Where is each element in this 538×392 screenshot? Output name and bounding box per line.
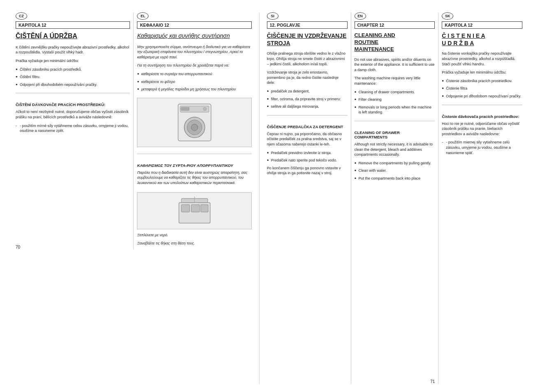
washing-machine-image — [137, 98, 251, 147]
section2-body-en: Although not strictly necessary, it is a… — [355, 142, 435, 157]
intro-text-cz: K čištění zevnějšku pračky nepoužívejte … — [16, 45, 130, 55]
section2-title-en: CLEANING OF DRAWER COMPARTMENTS — [355, 130, 435, 139]
bullet-cz-3: Odpojení při dlouhodobém nepoužívání pra… — [16, 82, 130, 88]
section2-body-cz: Ačkoli to není nezbytně nutné, doporučuj… — [16, 109, 130, 120]
drawer-image — [137, 192, 251, 229]
chapter-title-sk: Č I S T E N I E A U D R Ž B A — [442, 32, 522, 47]
section2-title-sk: Čistenie dávkovača pracích prostriedkov: — [442, 114, 522, 119]
chapter-label-en: CHAPTER 12 — [355, 21, 435, 29]
maintenance-intro-el: Για τη συντήρηση του πλυντηρίου δε χρειά… — [137, 63, 251, 68]
maintenance-intro-sk: Práčka vyžaduje len minimálnu údržbu: — [442, 70, 522, 75]
bullet-en-3: Removals or long periods when the machin… — [355, 105, 435, 115]
bullet-sk-2: Čistenie filtra — [442, 86, 522, 91]
bullet-sk-1: Čistenie zásobníka pracích prostriedkov. — [442, 78, 522, 84]
intro-text-el: Μην χρησιμοποιείτε σύρμα, οινόπνευμα ή δ… — [137, 44, 251, 60]
bullet-el-2: καθαρίσετε το φίλτρο — [137, 79, 251, 85]
bullet-el-3: μεταφορά ή μεγάλες περίοδοι μη χρήσεως τ… — [137, 87, 251, 92]
section2-dash-cz: - použitím mírné síly vytáhneme celou zá… — [16, 123, 130, 134]
section2-body-el: Παρόλο που η διαδικασία αυτή δεν είναι α… — [137, 170, 251, 186]
svg-rect-10 — [201, 205, 208, 212]
left-columns: CZ KAPITOLA 12 ČIŠTĚNÍ A ÚDRŽBA K čištěn… — [12, 12, 255, 249]
country-badge-si: SI — [267, 12, 278, 20]
bullet-el-1: καθαρίσετε το συρτάρι του απορρυπαντικού — [137, 71, 251, 77]
chapter-label-cz: KAPITOLA 12 — [16, 21, 130, 29]
chapter-label-sk: KAPITOLA 12 — [442, 21, 522, 29]
intro-text-en: Do not use abrasives, spirits and/or dil… — [355, 57, 435, 73]
svg-rect-5 — [181, 107, 189, 111]
section2-close-si: Po končanem čiščenju ga ponovno vstavite… — [267, 166, 348, 176]
svg-point-6 — [203, 107, 206, 111]
chapter-title-cz: ČIŠTĚNÍ A ÚDRŽBA — [16, 32, 130, 41]
svg-rect-8 — [181, 205, 190, 212]
chapter-title-en: CLEANING AND ROUTINE MAINTENANCE — [355, 32, 435, 53]
column-el: EL ΚΕΦΑΛΑΙΟ 12 Καθαρισμός και συνήθης συ… — [134, 12, 255, 249]
section2-body-si: Čeprav ni nujno, pa priporočamo, da obča… — [267, 131, 348, 147]
section2-title-si: ČIŠČENJE PREDALČKA ZA DETERGENT — [267, 125, 348, 129]
right-page: SI 12. POGLAVJE ČIŠČENJE IN VZDRŽEVANJE … — [260, 12, 530, 384]
chapter-label-si: 12. POGLAVJE — [267, 21, 348, 29]
column-cz: CZ KAPITOLA 12 ČIŠTĚNÍ A ÚDRŽBA K čištěn… — [12, 12, 134, 249]
intro-text-sk: Na čistenie vonkajška pračky nepoužívajt… — [442, 51, 522, 67]
section2-replace-el: Ξαναβάλτε τις θήκες στη θέση τους. — [137, 241, 251, 246]
bullet-cz-2: Čištění filtru. — [16, 74, 130, 80]
bullet-si-2: filter, oziroma, da pripravite stroj v p… — [267, 97, 348, 102]
right-columns: SI 12. POGLAVJE ČIŠČENJE IN VZDRŽEVANJE … — [264, 12, 526, 384]
maintenance-intro-en: The washing machine requires very little… — [355, 76, 435, 86]
section2-bullet-en-2: Clean with water. — [355, 168, 435, 173]
section2-title-el: ΚΑΘΑΡΙΣΜΟΣ ΤΟΥ ΣΥΡΤΑ-ΡΙΟΥ ΑΠΟΡΡΥΠΑΝΤΙΚΟΥ — [137, 163, 251, 168]
section2-bullet-en-1: Remove the compartments by pulling gentl… — [355, 161, 435, 166]
bullet-si-3: selitve ali daljšega mirovanja. — [267, 104, 348, 109]
svg-rect-9 — [191, 205, 199, 212]
page-container: CZ KAPITOLA 12 ČIŠTĚNÍ A ÚDRŽBA K čištěn… — [0, 0, 538, 392]
maintenance-intro-cz: Pračka vyžaduje jen minimální údržbu: — [16, 58, 130, 64]
section2-dash-sk: - použitím miernej sily vytiahneme celú … — [442, 140, 522, 155]
section2-body-sk: Hoci to nie je nutné, odporúčame občas v… — [442, 121, 522, 137]
column-sk: SK KAPITOLA 12 Č I S T E N I E A U D R Ž… — [438, 12, 526, 384]
bullet-en-1: Cleaning of drawer compartments. — [355, 90, 435, 95]
chapter-title-si: ČIŠČENJE IN VZDRŽEVANJE STROJA — [267, 32, 348, 47]
page-number-right: 71 — [355, 375, 435, 384]
left-page: CZ KAPITOLA 12 ČIŠTĚNÍ A ÚDRŽBA K čištěn… — [8, 12, 260, 384]
section2-bullet-si-2: Predalček nato sperite pod tekočo vodo. — [267, 158, 348, 163]
bullet-sk-3: Odpojenie pri dlhodobom nepoužívaní prač… — [442, 94, 522, 99]
bullet-cz-1: Čištění zásobníku pracích prostředků. — [16, 67, 130, 72]
section2-rinse-el: Ξεπλύνετε με νερό. — [137, 233, 251, 238]
country-badge-cz: CZ — [16, 12, 27, 20]
bullet-en-2: Filter cleaning — [355, 97, 435, 102]
country-badge-el: EL — [137, 12, 148, 20]
intro-text-si: Ohišje pralnega stroja obrišite vedno le… — [267, 51, 348, 67]
chapter-title-el: Καθαρισμός και συνήθης συντήρηση — [137, 32, 251, 40]
svg-point-4 — [191, 124, 198, 131]
column-si: SI 12. POGLAVJE ČIŠČENJE IN VZDRŽEVANJE … — [264, 12, 351, 384]
page-number-left: 70 — [16, 241, 130, 249]
section2-bullet-en-3: Put the compartments back into place — [355, 176, 435, 181]
country-badge-sk: SK — [442, 12, 453, 20]
column-en: EN CHAPTER 12 CLEANING AND ROUTINE MAINT… — [351, 12, 439, 384]
bullet-si-1: predalček za detergent, — [267, 89, 348, 94]
chapter-label-el: ΚΕΦΑΛΑΙΟ 12 — [137, 21, 251, 29]
maintenance-intro-si: Vzdrževanje stroja je zelo enostavno, po… — [267, 70, 348, 85]
country-badge-en: EN — [355, 12, 366, 20]
section2-bullet-si-1: Predalček previdno izvlecite iz stroja. — [267, 150, 348, 156]
section2-title-cz: ČIŠTĚNÍ DÁVKOVAČE PRACÍCH PROSTŘEDKŮ: — [16, 102, 130, 107]
